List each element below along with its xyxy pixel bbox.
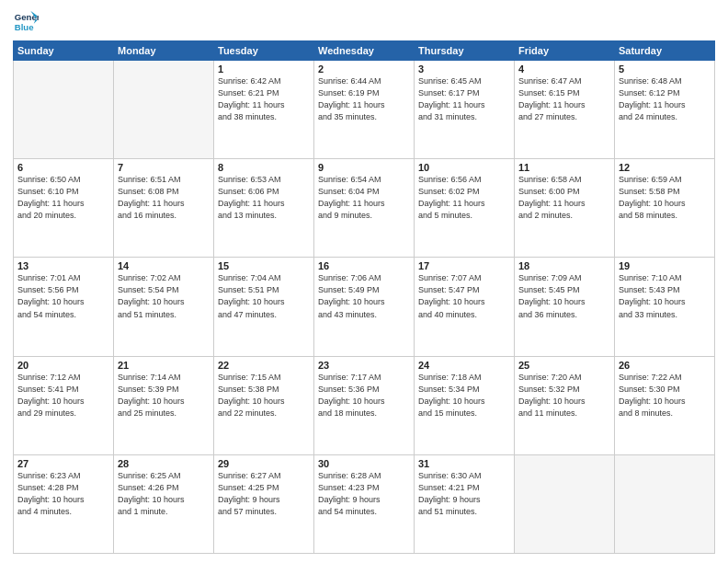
weekday-header-tuesday: Tuesday — [214, 41, 314, 61]
day-number: 13 — [17, 260, 109, 271]
calendar-cell: 11Sunrise: 6:58 AMSunset: 6:00 PMDayligh… — [515, 159, 615, 258]
weekday-header-friday: Friday — [515, 41, 615, 61]
day-info: Sunrise: 7:22 AMSunset: 5:30 PMDaylight:… — [619, 372, 711, 419]
calendar-cell: 3Sunrise: 6:45 AMSunset: 6:17 PMDaylight… — [415, 61, 515, 159]
calendar-cell: 6Sunrise: 6:50 AMSunset: 6:10 PMDaylight… — [14, 159, 114, 258]
calendar-cell: 5Sunrise: 6:48 AMSunset: 6:12 PMDaylight… — [615, 61, 715, 159]
day-info: Sunrise: 6:42 AMSunset: 6:21 PMDaylight:… — [218, 75, 310, 123]
day-info: Sunrise: 6:50 AMSunset: 6:10 PMDaylight:… — [17, 174, 109, 222]
day-number: 25 — [518, 360, 610, 371]
day-number: 14 — [118, 260, 210, 271]
day-number: 31 — [418, 458, 510, 469]
day-number: 9 — [318, 162, 410, 173]
weekday-header-wednesday: Wednesday — [314, 41, 415, 61]
day-info: Sunrise: 7:15 AMSunset: 5:38 PMDaylight:… — [218, 372, 310, 419]
day-number: 4 — [518, 63, 610, 75]
day-info: Sunrise: 6:23 AMSunset: 4:28 PMDaylight:… — [17, 470, 109, 518]
calendar-cell: 8Sunrise: 6:53 AMSunset: 6:06 PMDaylight… — [214, 159, 314, 258]
calendar-cell: 26Sunrise: 7:22 AMSunset: 5:30 PMDayligh… — [615, 356, 715, 454]
day-info: Sunrise: 6:44 AMSunset: 6:19 PMDaylight:… — [318, 75, 410, 123]
day-number: 26 — [619, 360, 711, 371]
logo-icon: General Blue — [13, 9, 39, 35]
day-info: Sunrise: 7:04 AMSunset: 5:51 PMDaylight:… — [218, 272, 310, 320]
weekday-header-sunday: Sunday — [14, 41, 114, 61]
day-info: Sunrise: 7:10 AMSunset: 5:43 PMDaylight:… — [619, 272, 711, 320]
day-number: 19 — [619, 260, 711, 271]
day-number: 10 — [418, 162, 510, 173]
day-number: 15 — [218, 260, 310, 271]
day-info: Sunrise: 6:54 AMSunset: 6:04 PMDaylight:… — [318, 174, 410, 222]
calendar-cell: 30Sunrise: 6:28 AMSunset: 4:23 PMDayligh… — [314, 454, 415, 553]
calendar-cell: 29Sunrise: 6:27 AMSunset: 4:25 PMDayligh… — [214, 454, 314, 553]
day-number: 2 — [318, 63, 410, 75]
day-number: 29 — [218, 458, 310, 469]
day-info: Sunrise: 7:07 AMSunset: 5:47 PMDaylight:… — [418, 272, 510, 320]
day-info: Sunrise: 7:01 AMSunset: 5:56 PMDaylight:… — [17, 272, 109, 320]
day-info: Sunrise: 6:59 AMSunset: 5:58 PMDaylight:… — [619, 174, 711, 222]
day-number: 18 — [518, 260, 610, 271]
header: General Blue — [13, 9, 715, 35]
calendar-cell — [114, 61, 214, 159]
calendar-cell: 10Sunrise: 6:56 AMSunset: 6:02 PMDayligh… — [415, 159, 515, 258]
calendar-cell: 17Sunrise: 7:07 AMSunset: 5:47 PMDayligh… — [415, 258, 515, 356]
day-info: Sunrise: 6:51 AMSunset: 6:08 PMDaylight:… — [118, 174, 210, 222]
weekday-header-thursday: Thursday — [415, 41, 515, 61]
calendar-cell: 16Sunrise: 7:06 AMSunset: 5:49 PMDayligh… — [314, 258, 415, 356]
day-info: Sunrise: 7:14 AMSunset: 5:39 PMDaylight:… — [118, 372, 210, 419]
logo: General Blue — [13, 9, 39, 35]
calendar-cell: 27Sunrise: 6:23 AMSunset: 4:28 PMDayligh… — [14, 454, 114, 553]
day-info: Sunrise: 7:18 AMSunset: 5:34 PMDaylight:… — [418, 372, 510, 419]
day-number: 24 — [418, 360, 510, 371]
calendar-cell — [615, 454, 715, 553]
day-info: Sunrise: 6:30 AMSunset: 4:21 PMDaylight:… — [418, 470, 510, 518]
day-info: Sunrise: 6:27 AMSunset: 4:25 PMDaylight:… — [218, 470, 310, 518]
calendar-cell: 1Sunrise: 6:42 AMSunset: 6:21 PMDaylight… — [214, 61, 314, 159]
day-number: 27 — [17, 458, 109, 469]
day-info: Sunrise: 6:45 AMSunset: 6:17 PMDaylight:… — [418, 75, 510, 123]
day-number: 6 — [17, 162, 109, 173]
calendar-cell — [14, 61, 114, 159]
day-info: Sunrise: 6:25 AMSunset: 4:26 PMDaylight:… — [118, 470, 210, 518]
day-number: 22 — [218, 360, 310, 371]
day-info: Sunrise: 6:53 AMSunset: 6:06 PMDaylight:… — [218, 174, 310, 222]
calendar-cell: 25Sunrise: 7:20 AMSunset: 5:32 PMDayligh… — [515, 356, 615, 454]
day-number: 12 — [619, 162, 711, 173]
day-info: Sunrise: 7:12 AMSunset: 5:41 PMDaylight:… — [17, 372, 109, 419]
day-number: 8 — [218, 162, 310, 173]
day-number: 11 — [518, 162, 610, 173]
day-info: Sunrise: 6:28 AMSunset: 4:23 PMDaylight:… — [318, 470, 410, 518]
calendar-cell: 9Sunrise: 6:54 AMSunset: 6:04 PMDaylight… — [314, 159, 415, 258]
day-info: Sunrise: 6:58 AMSunset: 6:00 PMDaylight:… — [518, 174, 610, 222]
day-info: Sunrise: 7:20 AMSunset: 5:32 PMDaylight:… — [518, 372, 610, 419]
day-number: 5 — [619, 63, 711, 75]
calendar: SundayMondayTuesdayWednesdayThursdayFrid… — [13, 40, 715, 554]
calendar-cell: 24Sunrise: 7:18 AMSunset: 5:34 PMDayligh… — [415, 356, 515, 454]
calendar-cell: 13Sunrise: 7:01 AMSunset: 5:56 PMDayligh… — [14, 258, 114, 356]
day-info: Sunrise: 6:48 AMSunset: 6:12 PMDaylight:… — [619, 75, 711, 123]
day-number: 1 — [218, 63, 310, 75]
calendar-cell: 31Sunrise: 6:30 AMSunset: 4:21 PMDayligh… — [415, 454, 515, 553]
calendar-cell: 12Sunrise: 6:59 AMSunset: 5:58 PMDayligh… — [615, 159, 715, 258]
day-info: Sunrise: 7:09 AMSunset: 5:45 PMDaylight:… — [518, 272, 610, 320]
calendar-cell: 28Sunrise: 6:25 AMSunset: 4:26 PMDayligh… — [114, 454, 214, 553]
calendar-cell: 2Sunrise: 6:44 AMSunset: 6:19 PMDaylight… — [314, 61, 415, 159]
calendar-cell: 23Sunrise: 7:17 AMSunset: 5:36 PMDayligh… — [314, 356, 415, 454]
day-number: 20 — [17, 360, 109, 371]
calendar-cell: 4Sunrise: 6:47 AMSunset: 6:15 PMDaylight… — [515, 61, 615, 159]
weekday-header-monday: Monday — [114, 41, 214, 61]
day-number: 16 — [318, 260, 410, 271]
calendar-cell: 21Sunrise: 7:14 AMSunset: 5:39 PMDayligh… — [114, 356, 214, 454]
weekday-header-saturday: Saturday — [615, 41, 715, 61]
calendar-cell: 20Sunrise: 7:12 AMSunset: 5:41 PMDayligh… — [14, 356, 114, 454]
day-info: Sunrise: 7:06 AMSunset: 5:49 PMDaylight:… — [318, 272, 410, 320]
day-number: 23 — [318, 360, 410, 371]
calendar-cell: 19Sunrise: 7:10 AMSunset: 5:43 PMDayligh… — [615, 258, 715, 356]
day-number: 17 — [418, 260, 510, 271]
calendar-cell: 22Sunrise: 7:15 AMSunset: 5:38 PMDayligh… — [214, 356, 314, 454]
day-info: Sunrise: 6:47 AMSunset: 6:15 PMDaylight:… — [518, 75, 610, 123]
calendar-cell: 7Sunrise: 6:51 AMSunset: 6:08 PMDaylight… — [114, 159, 214, 258]
day-number: 28 — [118, 458, 210, 469]
day-number: 21 — [118, 360, 210, 371]
calendar-cell: 15Sunrise: 7:04 AMSunset: 5:51 PMDayligh… — [214, 258, 314, 356]
day-info: Sunrise: 6:56 AMSunset: 6:02 PMDaylight:… — [418, 174, 510, 222]
